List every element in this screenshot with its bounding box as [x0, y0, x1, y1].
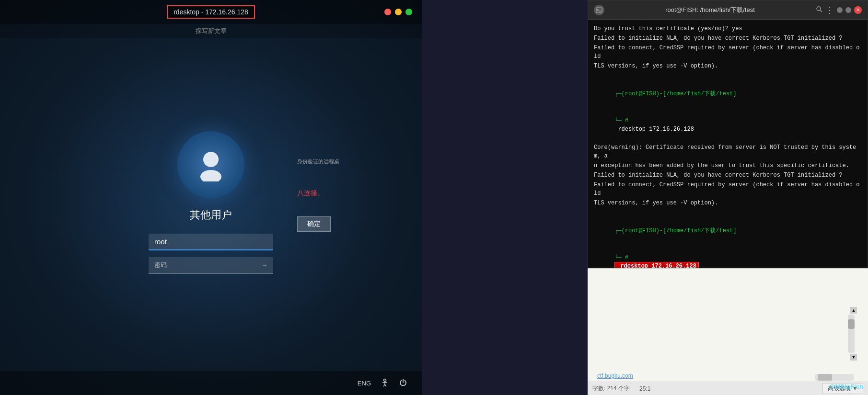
power-icon[interactable] [399, 378, 407, 388]
terminal-close-icon[interactable]: ✕ [854, 6, 862, 14]
term-cmd-text-1: rdesktop 172.16.26.128 [614, 126, 694, 133]
mac-titlebar: rdesktop - 172.16.26.128 [0, 0, 422, 24]
term-line-blank2 [594, 208, 862, 217]
terminal-min-icon[interactable] [837, 7, 843, 13]
term-line-2: Failed to initialize NLA, do you have co… [594, 34, 862, 43]
term-output-3: Failed to initialize NLA, do you have co… [594, 171, 862, 180]
red-hint-text: 八连接。 [297, 189, 324, 198]
app-title: 探写新文章 [196, 27, 227, 34]
login-content: 其他用户 密码 → [149, 38, 273, 395]
prompt-arrow-1: └─ # [614, 117, 628, 124]
svg-line-10 [821, 11, 822, 12]
keyboard-lang: ENG [358, 380, 371, 387]
mac-btn-red[interactable] [384, 9, 391, 15]
ctf-link[interactable]: ctf.bugku.com [592, 371, 638, 381]
terminal-max-icon[interactable] [845, 7, 851, 13]
term-prompt-block-2: ┌─(root@FISH)-[/home/fish/下载/test] [594, 218, 862, 244]
svg-point-1 [200, 170, 221, 181]
term-output-5: TLS versions, if yes use -V option). [594, 199, 862, 207]
password-placeholder: 密码 [154, 261, 167, 270]
term-line-1: Do you trust this certificate (yes/no)? … [594, 24, 862, 33]
prompt-arrow-2: └─ # [614, 254, 628, 261]
term-line-3: Failed to connect, CredSSP required by s… [594, 44, 862, 61]
username-input[interactable] [149, 234, 273, 250]
password-field[interactable]: 密码 → [149, 257, 273, 274]
svg-line-6 [385, 384, 386, 386]
horizontal-scrollbar-thumb[interactable] [818, 374, 832, 381]
rdp-window-title: rdesktop - 172.16.26.128 [167, 5, 255, 19]
password-arrow-icon: → [261, 261, 267, 269]
scrollbar-up-arrow[interactable]: ▲ [850, 307, 857, 314]
svg-point-2 [384, 379, 386, 381]
mac-btn-yellow[interactable] [395, 9, 402, 15]
terminal-panel: root@FISH: /home/fish/下载/test ⋮ ✕ Do you… [588, 0, 868, 268]
bottom-scrollbar-area: ▲ ▼ [588, 269, 868, 369]
watermark-text: @MBigFish [829, 383, 863, 390]
prompt-bracket-2: ┌─(root@FISH)-[/home/fish/下载/test] [614, 227, 736, 234]
login-statusbar: ENG [0, 371, 422, 395]
term-output-4: Failed to connect, CredSSP required by s… [594, 181, 862, 198]
terminal-body[interactable]: Do you trust this certificate (yes/no)? … [588, 20, 868, 268]
user-display-name: 其他用户 [190, 208, 232, 222]
term-output-2: n exception has been added by the user t… [594, 161, 862, 170]
login-screen: rdesktop - 172.16.26.128 探写新文章 其他用户 密码 → [0, 0, 422, 395]
terminal-titlebar: root@FISH: /home/fish/下载/test ⋮ ✕ [588, 0, 868, 20]
bottom-right-panel: ▲ ▼ ctf.bugku.com 字数: 214 个字 25:1 高级选项 ▼ [588, 268, 868, 395]
term-line-4: TLS versions, if yes use -V option). [594, 62, 862, 70]
terminal-title-text: root@FISH: /home/fish/下载/test [609, 6, 811, 14]
cursor-position: 25:1 [639, 385, 650, 392]
term-cmd-text-highlighted: rdesktop 172.16.26.128 [614, 262, 699, 268]
rdp-annotation: 身份验证的远程桌 [297, 158, 339, 165]
terminal-search-icon[interactable] [816, 6, 822, 14]
terminal-avatar-icon [594, 5, 604, 15]
user-avatar-icon [194, 148, 228, 181]
svg-point-9 [817, 7, 821, 11]
confirm-button[interactable]: 确定 [297, 216, 331, 232]
vertical-scrollbar[interactable] [848, 315, 855, 353]
mac-btn-green[interactable] [405, 9, 412, 15]
accessibility-icon [381, 378, 389, 388]
mac-window-controls [384, 9, 412, 15]
term-prompt-block-1: ┌─(root@FISH)-[/home/fish/下载/test] [594, 81, 862, 107]
term-line-blank1 [594, 71, 862, 80]
terminal-controls: ⋮ ✕ [816, 5, 862, 15]
editor-statusbar: 字数: 214 个字 25:1 高级选项 ▼ [588, 382, 868, 395]
prompt-bracket-1: ┌─(root@FISH)-[/home/fish/下载/test] [614, 90, 736, 97]
term-output-1: Core(warning): Certificate received from… [594, 143, 862, 160]
terminal-menu-icon[interactable]: ⋮ [825, 5, 834, 15]
scrollbar-down-arrow[interactable]: ▼ [850, 354, 857, 361]
app-title-bar: 探写新文章 [0, 24, 422, 38]
term-cmd-line-1: └─ # rdesktop 172.16.26.128 [594, 108, 862, 142]
avatar [177, 131, 244, 198]
svg-point-0 [203, 152, 219, 167]
term-cmd-line-2: └─ # rdesktop 172.16.26.128 [594, 245, 862, 268]
word-count: 字数: 214 个字 [592, 384, 630, 393]
scrollbar-thumb[interactable] [848, 319, 855, 329]
